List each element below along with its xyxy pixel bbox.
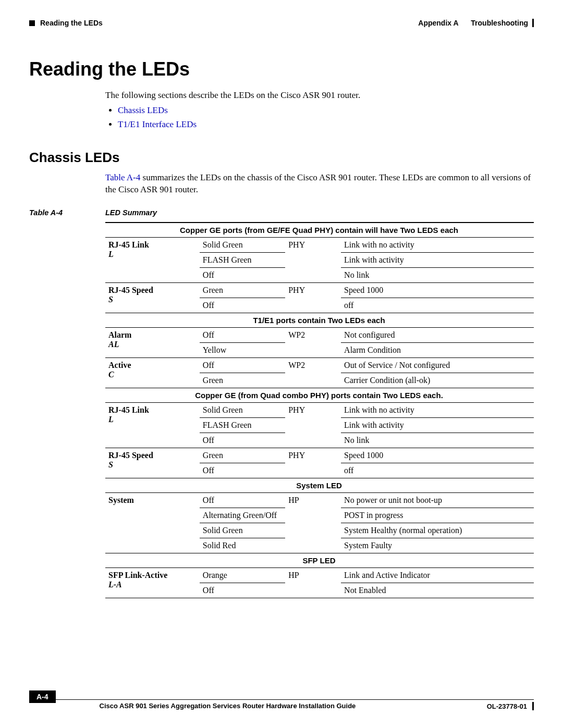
table-row: SFP Link-ActiveL-AOrangeHPLink and Activ… bbox=[105, 567, 534, 583]
footer-guide-title: Cisco ASR 901 Series Aggregation Service… bbox=[100, 702, 356, 710]
led-meaning-cell: Link with no activity bbox=[341, 237, 534, 252]
led-color-cell: Off bbox=[200, 433, 285, 448]
led-meaning-cell: Link with no activity bbox=[341, 402, 534, 417]
page-number-tag: A-4 bbox=[29, 690, 56, 703]
led-color-cell: Solid Green bbox=[200, 523, 285, 538]
led-meaning-cell: Not configured bbox=[341, 327, 534, 342]
led-meaning-cell: System Faulty bbox=[341, 538, 534, 553]
led-color-cell: FLASH Green bbox=[200, 252, 285, 267]
led-name-cell: SFP Link-ActiveL-A bbox=[105, 567, 200, 598]
led-color-cell: Off bbox=[200, 583, 285, 598]
led-summary-table: Copper GE ports (from GE/FE Quad PHY) co… bbox=[105, 222, 534, 598]
table-row: ActiveCOffWP2Out of Service / Not config… bbox=[105, 357, 534, 373]
link-chassis-leds[interactable]: Chassis LEDs bbox=[118, 105, 168, 115]
led-color-cell: Off bbox=[200, 357, 285, 373]
table-row: SystemOffHPNo power or unit not boot-up bbox=[105, 492, 534, 508]
led-meaning-cell: Link and Active Indicator bbox=[341, 567, 534, 583]
led-name-cell: ActiveC bbox=[105, 357, 200, 388]
running-header: Reading the LEDs Appendix A Troubleshoot… bbox=[29, 19, 534, 27]
led-name-cell: RJ-45 SpeedS bbox=[105, 282, 200, 313]
page-title: Reading the LEDs bbox=[29, 58, 534, 80]
header-left: Reading the LEDs bbox=[29, 19, 103, 27]
led-source-cell: WP2 bbox=[285, 357, 341, 388]
table-row: RJ-45 LinkLSolid GreenPHYLink with no ac… bbox=[105, 237, 534, 252]
led-meaning-cell: No power or unit not boot-up bbox=[341, 492, 534, 508]
led-name-cell: RJ-45 SpeedS bbox=[105, 448, 200, 478]
led-meaning-cell: Link with activity bbox=[341, 417, 534, 433]
table-group-heading: Copper GE (from Quad combo PHY) ports co… bbox=[105, 388, 534, 402]
page-footer: A-4 Cisco ASR 901 Series Aggregation Ser… bbox=[29, 699, 534, 710]
led-color-cell: Off bbox=[200, 298, 285, 313]
led-name-cell: System bbox=[105, 492, 200, 553]
led-meaning-cell: System Healthy (normal operation) bbox=[341, 523, 534, 538]
led-meaning-cell: No link bbox=[341, 433, 534, 448]
led-color-cell: Orange bbox=[200, 567, 285, 583]
led-color-cell: Solid Green bbox=[200, 402, 285, 417]
led-color-cell: Off bbox=[200, 463, 285, 478]
table-group-heading: T1/E1 ports contain Two LEDs each bbox=[105, 313, 534, 327]
link-table-a4[interactable]: Table A-4 bbox=[105, 172, 140, 182]
table-row: RJ-45 SpeedSGreenPHYSpeed 1000 bbox=[105, 282, 534, 298]
header-chapter-label: Troubleshooting bbox=[471, 19, 528, 27]
led-meaning-cell: No link bbox=[341, 267, 534, 282]
table-caption: Table A-4 LED Summary bbox=[29, 208, 534, 217]
footer-doc-id: OL-23778-01 bbox=[487, 702, 527, 710]
table-group-heading: SFP LED bbox=[105, 553, 534, 567]
led-name-cell: AlarmAL bbox=[105, 327, 200, 357]
intro-text: The following sections describe the LEDs… bbox=[105, 90, 534, 102]
led-color-cell: Yellow bbox=[200, 342, 285, 357]
header-appendix-label: Appendix A bbox=[418, 19, 458, 27]
table-group-heading: Copper GE ports (from GE/FE Quad PHY) co… bbox=[105, 223, 534, 238]
led-color-cell: FLASH Green bbox=[200, 417, 285, 433]
header-right: Appendix A Troubleshooting bbox=[418, 19, 534, 27]
led-meaning-cell: Speed 1000 bbox=[341, 448, 534, 463]
led-color-cell: Solid Red bbox=[200, 538, 285, 553]
led-meaning-cell: Link with activity bbox=[341, 252, 534, 267]
led-color-cell: Alternating Green/Off bbox=[200, 508, 285, 523]
table-row: RJ-45 LinkLSolid GreenPHYLink with no ac… bbox=[105, 402, 534, 417]
led-source-cell: HP bbox=[285, 567, 341, 598]
led-color-cell: Off bbox=[200, 492, 285, 508]
led-source-cell: PHY bbox=[285, 402, 341, 448]
led-color-cell: Green bbox=[200, 373, 285, 388]
table-row: AlarmALOffWP2Not configured bbox=[105, 327, 534, 342]
led-name-cell: RJ-45 LinkL bbox=[105, 402, 200, 448]
led-name-cell: RJ-45 LinkL bbox=[105, 237, 200, 282]
led-meaning-cell: Alarm Condition bbox=[341, 342, 534, 357]
table-caption-id: Table A-4 bbox=[29, 208, 105, 217]
square-icon bbox=[29, 20, 35, 26]
table-caption-title: LED Summary bbox=[105, 208, 157, 217]
led-source-cell: WP2 bbox=[285, 327, 341, 357]
led-source-cell: PHY bbox=[285, 282, 341, 313]
led-source-cell: HP bbox=[285, 492, 341, 553]
led-meaning-cell: POST in progress bbox=[341, 508, 534, 523]
led-source-cell: PHY bbox=[285, 237, 341, 282]
vertical-bar-icon bbox=[532, 19, 534, 27]
header-section-label: Reading the LEDs bbox=[40, 19, 103, 27]
led-color-cell: Green bbox=[200, 282, 285, 298]
led-meaning-cell: off bbox=[341, 298, 534, 313]
toc-links: Chassis LEDs T1/E1 Interface LEDs bbox=[105, 105, 534, 131]
table-row: RJ-45 SpeedSGreenPHYSpeed 1000 bbox=[105, 448, 534, 463]
section-title-chassis: Chassis LEDs bbox=[29, 150, 534, 166]
led-color-cell: Off bbox=[200, 327, 285, 342]
led-meaning-cell: Carrier Condition (all-ok) bbox=[341, 373, 534, 388]
led-meaning-cell: Not Enabled bbox=[341, 583, 534, 598]
led-color-cell: Off bbox=[200, 267, 285, 282]
led-color-cell: Green bbox=[200, 448, 285, 463]
table-group-heading: System LED bbox=[105, 478, 534, 492]
chassis-intro: Table A-4 summarizes the LEDs on the cha… bbox=[105, 172, 534, 196]
chassis-intro-text: summarizes the LEDs on the chassis of th… bbox=[105, 172, 531, 194]
intro-block: The following sections describe the LEDs… bbox=[105, 90, 534, 131]
link-t1e1-leds[interactable]: T1/E1 Interface LEDs bbox=[118, 119, 197, 129]
led-source-cell: PHY bbox=[285, 448, 341, 478]
vertical-bar-icon bbox=[532, 702, 534, 710]
led-meaning-cell: Speed 1000 bbox=[341, 282, 534, 298]
led-meaning-cell: Out of Service / Not configured bbox=[341, 357, 534, 373]
led-color-cell: Solid Green bbox=[200, 237, 285, 252]
led-meaning-cell: off bbox=[341, 463, 534, 478]
